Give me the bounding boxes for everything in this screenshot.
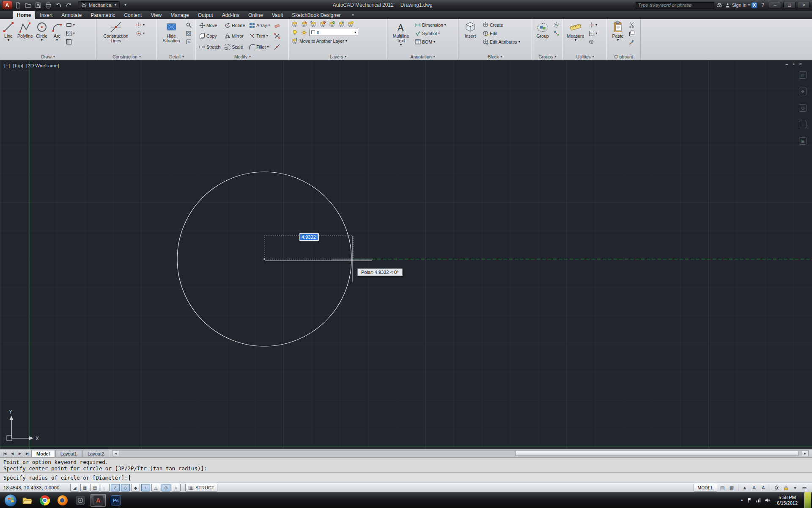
- clean-screen-button[interactable]: ▭: [800, 484, 809, 491]
- edge-symbol-button[interactable]: [185, 38, 192, 46]
- layer-freeze-button[interactable]: [337, 20, 346, 28]
- section-view-button[interactable]: [185, 29, 192, 37]
- plot-button[interactable]: [44, 1, 53, 9]
- taskbar-autocad[interactable]: A: [91, 494, 106, 507]
- quick-view-layouts-button[interactable]: ▤: [718, 484, 727, 491]
- move-button[interactable]: Move: [198, 21, 221, 29]
- mirror-button[interactable]: Mirror: [224, 32, 246, 40]
- doc-close-button[interactable]: ×: [799, 61, 802, 66]
- group-button[interactable]: Group: [533, 20, 552, 52]
- first-layout-button[interactable]: |◀: [1, 450, 8, 457]
- undo-button[interactable]: [54, 1, 63, 9]
- scrollbar-thumb[interactable]: [515, 451, 798, 456]
- multiline-text-button[interactable]: Multiline Text▾: [389, 20, 413, 52]
- layer-isolate-button[interactable]: [318, 20, 327, 28]
- tab-content[interactable]: Content: [120, 11, 146, 19]
- create-block-button[interactable]: Create: [482, 21, 521, 29]
- horizontal-scrollbar[interactable]: ◄ ►: [112, 450, 809, 456]
- lineweight-toggle[interactable]: ≡: [172, 484, 181, 491]
- panel-clipboard-label[interactable]: Clipboard: [607, 53, 640, 60]
- rotate-button[interactable]: Rotate: [224, 21, 246, 29]
- doc-minimize-button[interactable]: –: [786, 61, 788, 66]
- tab-home[interactable]: Home: [13, 11, 35, 19]
- stretch-button[interactable]: Stretch: [198, 43, 221, 51]
- taskbar-chrome[interactable]: [37, 494, 52, 507]
- action-center-flag-icon[interactable]: [747, 497, 752, 503]
- move-to-layer-button[interactable]: Move to Another Layer▾: [291, 37, 386, 45]
- copy-clip-button[interactable]: [628, 29, 636, 37]
- viewport-controls-menu[interactable]: [−]: [4, 63, 10, 68]
- drawing-canvas[interactable]: Y X [−] [Top] [2D Wireframe] – ▫ × ◎ ✥ ⊙…: [0, 60, 812, 449]
- tray-expand-button[interactable]: ▲: [740, 498, 743, 502]
- tab-online[interactable]: Online: [244, 11, 267, 19]
- panel-annotation-label[interactable]: Annotation▾: [387, 53, 458, 60]
- explode-button[interactable]: [273, 32, 281, 40]
- ortho-mode-toggle[interactable]: ∟: [101, 484, 110, 491]
- app-menu-button[interactable]: A: [2, 1, 12, 9]
- symbol-button[interactable]: Symbol▾: [414, 29, 447, 37]
- annotation-scale-button[interactable]: ▲: [741, 484, 749, 491]
- dimension-button[interactable]: Dimension▾: [414, 21, 447, 29]
- struct-button[interactable]: STRUCT: [185, 484, 217, 491]
- array-button[interactable]: Array▾: [248, 21, 271, 29]
- tab-addins[interactable]: Add-Ins: [218, 11, 244, 19]
- panel-draw-label[interactable]: Draw▾: [0, 53, 96, 60]
- zoom-icon[interactable]: ⊙: [799, 104, 807, 112]
- last-layout-button[interactable]: ▶|: [24, 450, 31, 457]
- sign-in-button[interactable]: Sign In ▾: [725, 3, 750, 8]
- search-button[interactable]: [716, 1, 724, 9]
- layer-match-button[interactable]: [300, 20, 308, 28]
- layer-on-button[interactable]: [291, 28, 299, 36]
- measure-button[interactable]: Measure▾: [565, 20, 587, 52]
- next-layout-button[interactable]: ▶: [16, 450, 24, 457]
- panel-layers-label[interactable]: Layers▾: [289, 53, 387, 60]
- tab-layout2[interactable]: Layout2: [82, 450, 109, 457]
- copy-button[interactable]: Copy: [198, 32, 221, 40]
- point-style-button[interactable]: [587, 38, 598, 46]
- id-point-button[interactable]: ▾: [587, 21, 598, 29]
- rectangle-button[interactable]: ▾: [65, 21, 76, 29]
- toolbar-lock-button[interactable]: [782, 484, 790, 491]
- ungroup-button[interactable]: [553, 29, 560, 37]
- volume-icon[interactable]: [765, 497, 770, 503]
- hatch-button[interactable]: ▾: [65, 29, 76, 37]
- command-line-window[interactable]: Point or option keyword required. Specif…: [0, 457, 812, 483]
- object-snap-toggle[interactable]: ◇: [121, 484, 130, 491]
- panel-block-label[interactable]: Block▾: [458, 53, 532, 60]
- layer-properties-button[interactable]: [291, 20, 299, 28]
- save-button[interactable]: [34, 1, 43, 9]
- match-properties-button[interactable]: [628, 38, 636, 46]
- showmotion-icon[interactable]: ▣: [799, 137, 807, 145]
- polyline-button[interactable]: Polyline: [16, 20, 34, 52]
- circle-button[interactable]: Circle▾: [35, 20, 49, 52]
- tab-layout1[interactable]: Layout1: [55, 450, 82, 457]
- viewport-view-menu[interactable]: [Top]: [13, 63, 23, 68]
- group-edit-button[interactable]: [553, 21, 560, 29]
- coordinate-display[interactable]: 18.4548, 10.4933, 0.0000: [3, 485, 69, 490]
- fillet-button[interactable]: Fillet▾: [248, 43, 271, 51]
- open-button[interactable]: [24, 1, 33, 9]
- orbit-icon[interactable]: ◌: [799, 121, 807, 128]
- quick-view-drawings-button[interactable]: ▦: [727, 484, 736, 491]
- network-icon[interactable]: [756, 497, 761, 503]
- minimize-button[interactable]: –: [769, 2, 781, 9]
- paste-button[interactable]: Paste▾: [609, 20, 627, 52]
- tab-view[interactable]: View: [146, 11, 166, 19]
- tab-annotate[interactable]: Annotate: [57, 11, 86, 19]
- object-snap-tracking-toggle[interactable]: +: [141, 484, 150, 491]
- show-desktop-button[interactable]: [804, 492, 811, 508]
- panel-utilities-label[interactable]: Utilities▾: [563, 53, 607, 60]
- 3d-object-snap-toggle[interactable]: ◆: [131, 484, 140, 491]
- taskbar-media-app[interactable]: [73, 494, 88, 507]
- panel-groups-label[interactable]: Groups▾: [532, 53, 563, 60]
- previous-layout-button[interactable]: ◀: [8, 450, 16, 457]
- redo-button[interactable]: [64, 1, 73, 9]
- tab-parametric[interactable]: Parametric: [86, 11, 119, 19]
- viewport-visual-style-menu[interactable]: [2D Wireframe]: [26, 63, 59, 68]
- grid-display-toggle[interactable]: ▤: [91, 484, 99, 491]
- workspace-switcher[interactable]: Mechanical ▾: [78, 1, 120, 9]
- taskbar-explorer[interactable]: [19, 494, 35, 507]
- annotation-visibility-button[interactable]: A: [750, 484, 758, 491]
- layer-unisolate-button[interactable]: [328, 20, 336, 28]
- trim-button[interactable]: Trim▾: [248, 32, 271, 40]
